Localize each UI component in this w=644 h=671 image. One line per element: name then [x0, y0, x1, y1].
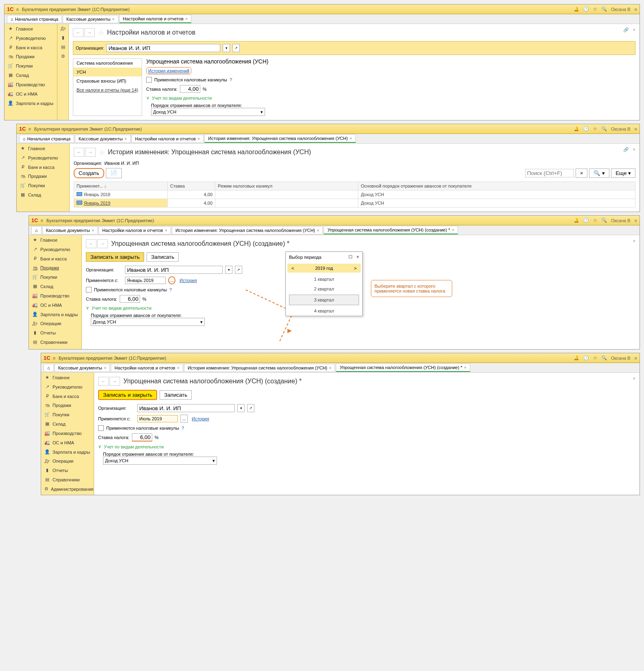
col-rate[interactable]: Ставка	[167, 182, 215, 190]
history-link[interactable]: История изменений	[146, 67, 191, 74]
more-icon[interactable]: ≡	[635, 7, 637, 12]
side-os[interactable]: 🚛ОС и НМА	[4, 89, 57, 98]
percent: %	[203, 87, 207, 92]
tab-settings[interactable]: Настройки налогов и отчетов×	[119, 15, 192, 23]
logo-1c: 1С	[7, 6, 14, 12]
org-dropdown[interactable]: ▾	[223, 44, 230, 52]
period-popup: Выбор периода ☐ × < 2019 год > 1 квартал…	[285, 251, 363, 316]
q3[interactable]: 3 квартал	[289, 295, 359, 305]
bell-icon[interactable]: 🔔	[574, 7, 579, 12]
close-icon[interactable]: 🔗 ×	[623, 27, 635, 33]
bell-icon[interactable]: 🔔	[574, 126, 579, 131]
save-close-button[interactable]: Записать и закрыть	[86, 252, 144, 262]
search-input[interactable]	[525, 169, 574, 177]
date-input-hl[interactable]: Июль 2019	[137, 415, 178, 422]
popup-close-icon[interactable]: ×	[357, 254, 359, 259]
section-title: Упрощенная система налогообложения (УСН)	[146, 58, 635, 65]
side-sales[interactable]: 🛍Продажи	[4, 52, 57, 61]
advance-label: Порядок отражения авансов от покупателя:	[151, 103, 635, 108]
side-mgr[interactable]: ↗Руководителю	[4, 33, 57, 43]
top-icons: 🔔 🕒 ☆ 🔍 Оксана В ≡	[574, 7, 637, 12]
col-order[interactable]: Основной порядок отражения авансов от по…	[358, 182, 635, 190]
tax-usn[interactable]: УСН	[73, 68, 142, 76]
popup-min-icon[interactable]: ☐	[348, 254, 353, 259]
history-link[interactable]: История	[178, 277, 199, 284]
col-mode[interactable]: Режим налоговых каникул	[215, 182, 358, 190]
home-tab[interactable]: ⌂Начальная страница	[7, 15, 62, 23]
rate-label: Ставка налога:	[146, 87, 177, 92]
search-clear[interactable]: ×	[576, 168, 588, 178]
sidebar-narrow: Дт ▮ ▤ ⚙	[57, 24, 69, 120]
org-label: Организация:	[76, 46, 104, 50]
callout-tooltip: Выберите квартал с которого применяется …	[371, 280, 452, 297]
org-open[interactable]: ↗	[232, 44, 240, 52]
side-buy[interactable]: 🛒Покупки	[4, 61, 57, 70]
panel-2-history: 1С ≡ Бухгалтерия предприятия Эммет (1С:П…	[16, 124, 640, 212]
tabbar: ⌂Начальная страница Кассовые документы× …	[4, 14, 640, 24]
year-prev[interactable]: <	[291, 266, 294, 271]
more-btn[interactable]: Еще ▾	[611, 168, 635, 178]
q2[interactable]: 2 квартал	[286, 284, 362, 294]
star-icon[interactable]: ☆	[593, 126, 597, 131]
tax-sys[interactable]: Система налогообложения	[73, 59, 142, 68]
save-button[interactable]: Записать	[160, 390, 192, 400]
search-icon[interactable]: 🔍	[601, 7, 607, 12]
advance-select[interactable]: Доход УСН▾	[151, 108, 265, 116]
user-name[interactable]: Оксана В	[611, 7, 631, 12]
holidays-checkbox[interactable]	[146, 77, 152, 83]
page-title: Настройки налогов и отчетов	[107, 29, 195, 36]
save-button[interactable]: Записать	[147, 252, 179, 262]
panel-1-settings: 1С ≡ Бухгалтерия предприятия Эммет (1С:П…	[4, 4, 640, 120]
tax-all[interactable]: Все налоги и отчеты (еще 14)	[73, 85, 142, 94]
side-hr[interactable]: 👤Зарплата и кадры	[4, 98, 57, 108]
date-input[interactable]: Январь 2019	[125, 277, 166, 284]
star-icon[interactable]: ☆	[593, 7, 597, 12]
col-date[interactable]: Применяет... ↓	[74, 182, 168, 190]
app-title: Бухгалтерия предприятия Эммет (1С:Предпр…	[22, 7, 574, 12]
side-stock[interactable]: ▦Склад	[4, 70, 57, 80]
tax-list: Система налогообложения УСН Страховые вз…	[73, 58, 142, 116]
popup-title: Выбор периода	[289, 255, 322, 260]
titlebar: 1С ≡ Бухгалтерия предприятия Эммет (1С:П…	[4, 4, 640, 14]
search-btn[interactable]: 🔍 ▾	[589, 168, 609, 178]
year-next[interactable]: >	[354, 266, 357, 271]
table-row-selected[interactable]: Январь 2019 4,00 Доход УСН	[74, 199, 635, 208]
rate-input[interactable]	[180, 85, 200, 93]
year-label: 2019 год	[315, 266, 333, 271]
side-main[interactable]: ★Главное	[4, 24, 57, 33]
history-icon[interactable]: 🕒	[583, 7, 589, 12]
q1[interactable]: 1 квартал	[286, 274, 362, 284]
panel-3-create: 1С≡ Бухгалтерия предприятия Эммет (1С:Пр…	[28, 215, 640, 350]
create-button[interactable]: Создать	[74, 168, 104, 178]
menu-icon[interactable]: ≡	[16, 7, 19, 12]
nav-fwd[interactable]: →	[84, 28, 95, 37]
nav-back[interactable]: ←	[73, 28, 83, 37]
side-prod[interactable]: 🏭Производство	[4, 80, 57, 89]
arrow-head-icon: ▶	[287, 327, 292, 334]
search-icon[interactable]: 🔍	[601, 126, 607, 131]
content-area: 🔗 × ← → ☆ Настройки налогов и отчетов Ор…	[69, 24, 640, 120]
date-picker-button[interactable]: ...	[168, 276, 175, 284]
org-input[interactable]	[106, 44, 220, 52]
side-bank[interactable]: ₽Банк и касса	[4, 43, 57, 52]
holidays-label: Применяются налоговые каникулы	[154, 77, 227, 82]
tab-kass[interactable]: Кассовые документы×	[63, 15, 118, 23]
sidebar: ★Главное ↗Руководителю ₽Банк и касса 🛍Пр…	[4, 24, 57, 120]
history-table: Применяет... ↓ Ставка Режим налоговых ка…	[74, 181, 635, 208]
copy-button[interactable]: 📄	[106, 168, 122, 178]
tax-ins[interactable]: Страховые взносы (ИП)	[73, 76, 142, 85]
fav-star[interactable]: ☆	[98, 29, 104, 37]
save-close-button-hi[interactable]: Записать и закрыть	[98, 390, 157, 400]
q4[interactable]: 4 квартал	[286, 306, 362, 316]
activity-section[interactable]: ∨ Учет по видам деятельности	[146, 95, 635, 101]
help-icon[interactable]: ?	[230, 77, 232, 82]
panel-4-create-final: 1С≡ Бухгалтерия предприятия Эммет (1С:Пр…	[41, 353, 640, 495]
table-row[interactable]: Январь 2018 4,00 Доход УСН	[74, 190, 635, 199]
history-icon[interactable]: 🕒	[583, 126, 589, 131]
